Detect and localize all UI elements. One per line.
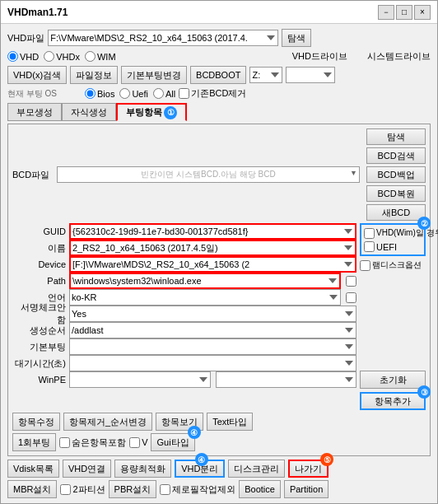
uefi-radio-label[interactable]: Uefi: [119, 88, 148, 99]
guid-combo[interactable]: {562310c2-19d9-11e7-bd30-001377cd581f}: [69, 223, 356, 240]
vhdx-radio[interactable]: [44, 51, 54, 62]
main-content: VHD파일 F:\VMware\MDS\2_RS2_10_x64_15063 (…: [1, 24, 437, 503]
vhd-radio-label[interactable]: VHD: [7, 51, 39, 62]
two-partition-label[interactable]: 2파티션: [60, 483, 105, 496]
uefi-check-label[interactable]: UEFI: [364, 241, 422, 252]
two-partition-check[interactable]: [60, 484, 71, 495]
minimize-button[interactable]: －: [378, 5, 394, 20]
tab-parent-create[interactable]: 부모생성: [7, 103, 62, 121]
vhd-file-label: VHD파일: [7, 32, 44, 44]
badge-4b: ④: [195, 453, 208, 466]
one-boot-button[interactable]: 1회부팅: [12, 433, 56, 451]
zero-fill-label[interactable]: 제로필작업제외: [160, 483, 235, 496]
bcd-file-input-wrapper: 빈칸이면 시스템BCD.아님 해당 BCD ▼: [57, 166, 360, 183]
titlebar: VHDman1.71 － □ ×: [1, 1, 437, 24]
v-check-label[interactable]: V: [129, 437, 147, 448]
ramdisk-checkbox[interactable]: [360, 260, 370, 271]
name-label: 이름: [12, 242, 66, 254]
action-toolbar-row: VHD(x)검색 파일정보 기본부팅변경 BCDBOOT Z:: [7, 66, 431, 84]
ramdisk-check-label[interactable]: 램디스크옵션: [360, 259, 426, 271]
text-type-button[interactable]: Text타입: [207, 413, 253, 431]
hidden-item-label[interactable]: 숨은항목포함: [59, 436, 126, 449]
all-radio-label[interactable]: All: [153, 88, 175, 99]
guid-row: GUID {562310c2-19d9-11e7-bd30-001377cd58…: [12, 223, 356, 240]
left-form: GUID {562310c2-19d9-11e7-bd30-001377cd58…: [12, 223, 356, 410]
new-bcd-button[interactable]: 새BCD: [366, 204, 426, 221]
bcdboot-button[interactable]: BCDBOOT: [190, 66, 246, 84]
default-boot-combo[interactable]: [69, 338, 356, 355]
drive-combo[interactable]: Z:: [249, 67, 282, 83]
file-info-button[interactable]: 파일정보: [70, 66, 118, 84]
remove-bcd-check[interactable]: [179, 88, 189, 99]
vhd-split-button[interactable]: VHD분리 ④: [175, 460, 225, 478]
add-item-button[interactable]: 항목추가 ③: [360, 392, 426, 410]
wim-radio-label[interactable]: WIM: [85, 51, 116, 62]
gui-type-button[interactable]: Gui타입 ④: [151, 433, 194, 451]
wait-combo[interactable]: [69, 355, 356, 371]
vdisk-button[interactable]: Vdisk목록: [7, 460, 59, 478]
bcd-backup-button[interactable]: BCD백업: [366, 166, 426, 183]
vhd-connect-button[interactable]: VHD연결: [63, 460, 111, 478]
vhd-wim-check-label[interactable]: VHD(Wim)일 경우: [364, 227, 422, 239]
vhd-radio[interactable]: [7, 51, 18, 62]
exit-button[interactable]: 나가기 ⑤: [288, 460, 328, 478]
pbr-setup-button[interactable]: PBR설치: [109, 480, 157, 498]
winpe-combo2[interactable]: [216, 371, 357, 388]
vhd-wim-checkbox[interactable]: [364, 228, 375, 239]
zero-fill-check[interactable]: [160, 484, 170, 495]
vhdx-radio-label[interactable]: VHDx: [44, 51, 80, 62]
uefi-check[interactable]: [346, 292, 356, 303]
init-button[interactable]: 초기화: [360, 371, 426, 389]
remove-bcd-label[interactable]: 기존BCD제거: [179, 87, 246, 100]
sign-check-combo[interactable]: Yes: [69, 306, 356, 322]
tab-child-create[interactable]: 자식생성: [62, 103, 116, 121]
boot-mode-radio-group: Bios Uefi All: [85, 88, 175, 99]
bottom-row-1: Vdisk목록 VHD연결 용량최적화 VHD분리 ④ 디스크관리 나가기 ⑤: [7, 460, 431, 478]
disk-manage-button[interactable]: 디스크관리: [228, 460, 285, 478]
vhd-file-combo[interactable]: F:\VMware\MDS\2_RS2_10_x64_15063 (2017.4…: [48, 30, 278, 46]
vhd-search-button[interactable]: VHD(x)검색: [7, 66, 67, 84]
badge-4: ④: [188, 426, 201, 439]
v-checkbox[interactable]: [129, 437, 140, 448]
bcd-search-button[interactable]: 탐색: [366, 128, 426, 145]
default-boot-row: 기본부팅: [12, 338, 356, 355]
edit-item-button[interactable]: 항목수정: [12, 413, 60, 431]
tab-row: 부모생성 자식생성 부팅항목 ①: [7, 103, 431, 121]
name-combo[interactable]: 2_RS2_10_x64_15063 (2017.4.5일): [69, 240, 356, 256]
uefi-checkbox[interactable]: [364, 241, 375, 252]
bcd-restore-button[interactable]: BCD복원: [366, 185, 426, 202]
guid-label: GUID: [12, 226, 66, 236]
maximize-button[interactable]: □: [396, 5, 412, 20]
mbr-setup-button[interactable]: MBR설치: [7, 480, 57, 498]
wait-row: 대기시간(초): [12, 355, 356, 371]
remove-item-button[interactable]: 항목제거_순서변경: [63, 413, 152, 431]
close-button[interactable]: ×: [414, 5, 431, 20]
uefi-radio[interactable]: [119, 88, 130, 99]
partition-change-button[interactable]: 기본부팅변경: [121, 66, 187, 84]
bcd-file-placeholder: 빈칸이면 시스템BCD.아님 해당 BCD: [58, 169, 359, 180]
device-combo[interactable]: [F:]\VMware\MDS\2_RS2_10_x64_15063 (2: [69, 256, 356, 273]
bcd-search2-button[interactable]: BCD검색: [366, 147, 426, 164]
winpe-combo[interactable]: [69, 371, 211, 388]
bcd-right-panel: 탐색 BCD검색 BCD백업 BCD복원 새BCD: [366, 128, 426, 221]
tab-boot-items[interactable]: 부팅항목 ①: [116, 103, 187, 121]
all-radio[interactable]: [153, 88, 164, 99]
path-combo[interactable]: \windows\system32\winload.exe: [69, 273, 341, 289]
sign-check-row: 서명체크안함 Yes: [12, 306, 356, 322]
search-button[interactable]: 탐색: [282, 29, 311, 47]
boot-order-label: 생성순서: [12, 324, 66, 337]
winpe-row: WinPE: [12, 371, 356, 388]
partition-button[interactable]: Partition: [284, 480, 328, 498]
bios-radio-label[interactable]: Bios: [85, 88, 114, 99]
wim-radio[interactable]: [85, 51, 96, 62]
hidden-item-check[interactable]: [59, 437, 70, 448]
system-drive-combo[interactable]: [286, 67, 335, 83]
capacity-button[interactable]: 용량최적화: [114, 460, 171, 478]
badge-1: ①: [164, 106, 177, 119]
window-title: VHDman1.71: [7, 7, 68, 18]
boot-order-combo[interactable]: /addlast: [69, 322, 356, 338]
bootice-button[interactable]: Bootice: [239, 480, 281, 498]
language-combo[interactable]: ko-KR: [69, 289, 341, 306]
bios-radio[interactable]: [85, 88, 96, 99]
vhd-wim-check[interactable]: [346, 276, 356, 287]
